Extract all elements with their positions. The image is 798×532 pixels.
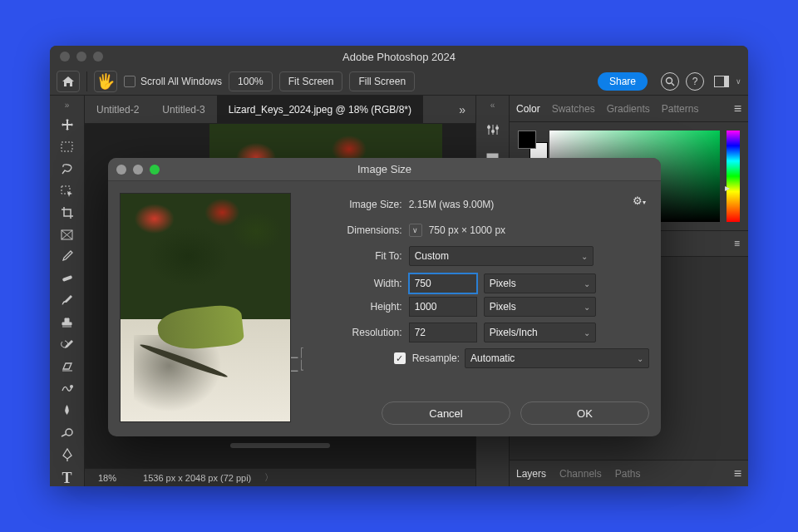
svg-point-10 [66, 429, 72, 436]
fit-to-label: Fit To: [304, 250, 402, 262]
layers-panel-tab[interactable]: Layers [516, 468, 546, 480]
search-icon[interactable] [661, 72, 679, 91]
patterns-panel-tab[interactable]: Patterns [662, 103, 699, 115]
document-tab[interactable]: Untitled-2 [85, 96, 150, 123]
panel-menu-icon[interactable]: ≡ [734, 101, 741, 116]
settings-gear-icon[interactable]: ⚙▾ [633, 195, 646, 207]
frame-tool-icon[interactable] [57, 228, 77, 241]
zoom-percent-field[interactable]: 100% [229, 71, 273, 91]
image-size-dialog: Image Size ⚙▾ Image Size: 2.15M (was 9.0… [108, 158, 661, 436]
dialog-minimize-icon [133, 165, 143, 175]
channels-panel-tab[interactable]: Channels [559, 468, 602, 480]
home-button[interactable] [57, 71, 80, 92]
document-tab[interactable]: Untitled-3 [150, 96, 216, 123]
svg-point-15 [487, 126, 490, 129]
tab-overflow-icon[interactable]: » [449, 103, 475, 116]
document-tabs: Untitled-2 Untitled-3 Lizard_Keys_2024.j… [85, 96, 475, 124]
status-menu-icon[interactable]: 〉 [264, 471, 273, 484]
hue-indicator-icon: ▸ [725, 182, 730, 194]
fill-screen-button[interactable]: Fill Screen [349, 71, 415, 91]
tools-panel: » T [50, 96, 85, 486]
swatches-panel-tab[interactable]: Swatches [552, 103, 595, 115]
dodge-tool-icon[interactable] [57, 426, 77, 439]
move-tool-icon[interactable] [57, 118, 77, 131]
collapse-handle-icon[interactable]: « [490, 101, 495, 110]
marquee-tool-icon[interactable] [57, 140, 77, 153]
svg-line-11 [62, 434, 66, 436]
pen-tool-icon[interactable] [57, 448, 77, 461]
document-tab-active[interactable]: Lizard_Keys_2024.jpeg @ 18% (RGB/8*) [217, 96, 423, 123]
dialog-close-icon[interactable] [116, 165, 126, 175]
image-preview[interactable] [120, 193, 291, 422]
close-window-icon[interactable] [60, 52, 70, 62]
svg-line-1 [672, 83, 674, 86]
panel-menu-icon[interactable]: ≡ [734, 238, 740, 249]
scroll-all-checkbox[interactable] [124, 76, 135, 87]
height-input[interactable] [409, 297, 477, 317]
type-tool-icon[interactable]: T [57, 470, 77, 486]
svg-point-16 [491, 130, 495, 133]
width-input[interactable] [409, 273, 477, 293]
window-titlebar: Adobe Photoshop 2024 [50, 46, 748, 67]
zoom-readout[interactable]: 18% [85, 473, 130, 483]
resolution-unit-select[interactable]: Pixels/Inch⌄ [484, 323, 596, 342]
resample-checkbox[interactable]: ✓ [394, 352, 406, 364]
app-title: Adobe Photoshop 2024 [50, 51, 748, 63]
stamp-tool-icon[interactable] [57, 316, 77, 329]
dimensions-value: 750 px × 1000 px [429, 224, 505, 236]
blur-tool-icon[interactable] [57, 404, 77, 417]
adjustments-icon[interactable] [485, 121, 501, 138]
help-icon[interactable]: ? [686, 72, 704, 91]
ok-button[interactable]: OK [520, 401, 649, 425]
history-brush-tool-icon[interactable] [57, 337, 77, 351]
resolution-label: Resolution: [304, 327, 402, 338]
gradient-tool-icon[interactable] [57, 382, 77, 395]
brush-tool-icon[interactable] [57, 294, 77, 308]
width-unit-select[interactable]: Pixels⌄ [484, 273, 596, 293]
height-label: Height: [304, 301, 402, 313]
minimize-window-icon[interactable] [76, 52, 86, 62]
options-bar: 🖐 Scroll All Windows 100% Fit Screen Fil… [50, 67, 748, 96]
color-panel-tab[interactable]: Color [516, 103, 540, 115]
svg-point-9 [70, 385, 73, 388]
status-bar: 18% 1536 px x 2048 px (72 ppi) 〉 [85, 468, 475, 486]
svg-rect-7 [62, 275, 72, 282]
dialog-zoom-icon[interactable] [150, 165, 160, 175]
object-select-tool-icon[interactable] [57, 184, 77, 197]
heal-tool-icon[interactable] [57, 272, 77, 285]
resample-method-select[interactable]: Automatic⌄ [465, 348, 649, 368]
scroll-all-label: Scroll All Windows [140, 76, 222, 87]
width-label: Width: [304, 278, 402, 289]
share-button[interactable]: Share [598, 72, 648, 91]
dialog-title: Image Size [108, 163, 661, 175]
svg-point-17 [495, 126, 499, 130]
zoom-window-icon[interactable] [93, 52, 103, 62]
svg-rect-19 [487, 154, 498, 158]
eyedropper-tool-icon[interactable] [57, 250, 77, 264]
crop-tool-icon[interactable] [57, 206, 77, 219]
panel-menu-icon[interactable]: ≡ [734, 466, 741, 481]
fg-bg-color-control[interactable] [518, 131, 543, 155]
fit-to-select[interactable]: Custom⌄ [409, 246, 594, 266]
doc-info[interactable]: 1536 px x 2048 px (72 ppi) [130, 473, 264, 483]
resolution-input[interactable] [409, 323, 477, 342]
cancel-button[interactable]: Cancel [382, 401, 510, 425]
workspace-switcher-icon[interactable] [714, 76, 729, 87]
dimensions-disclosure-icon[interactable]: ∨ [409, 224, 422, 237]
paths-panel-tab[interactable]: Paths [615, 468, 641, 480]
height-unit-select[interactable]: Pixels⌄ [484, 297, 596, 317]
dimensions-label: Dimensions: [304, 224, 402, 236]
gradients-panel-tab[interactable]: Gradients [607, 103, 650, 115]
constrain-proportions-icon[interactable]: ⎯⎡⎯⎣ [291, 345, 304, 372]
image-size-value: 2.15M (was 9.00M) [409, 199, 495, 210]
hand-tool-icon[interactable]: 🖐 [94, 71, 117, 92]
hue-slider[interactable] [727, 131, 740, 222]
collapse-handle-icon[interactable]: » [65, 101, 70, 110]
lasso-tool-icon[interactable] [57, 162, 77, 175]
horizontal-scrollbar[interactable] [85, 443, 475, 450]
svg-point-0 [667, 77, 672, 83]
eraser-tool-icon[interactable] [57, 360, 77, 373]
svg-rect-2 [62, 142, 72, 151]
image-size-label: Image Size: [304, 199, 402, 210]
fit-screen-button[interactable]: Fit Screen [279, 71, 343, 91]
